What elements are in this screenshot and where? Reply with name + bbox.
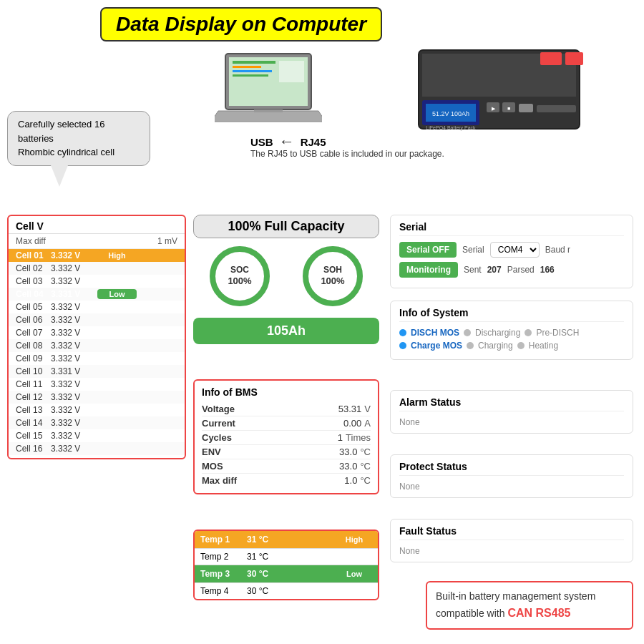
cell-name: Cell 03 xyxy=(11,276,51,286)
svg-rect-5 xyxy=(233,74,268,77)
discharging-label: Discharging xyxy=(475,328,520,338)
cell-voltage: 3.332 V xyxy=(51,379,97,389)
temp-row: Temp 231 °C xyxy=(195,549,378,565)
cell-voltage: 3.332 V xyxy=(51,353,97,364)
cell-voltage: 3.332 V xyxy=(51,418,97,428)
svg-rect-4 xyxy=(233,70,272,72)
pre-disch-label: Pre-DISCH xyxy=(536,328,579,338)
bms-row: Current0.00A xyxy=(202,416,371,431)
cell-row: Cell 103.331 V xyxy=(9,365,185,378)
serial-title: Serial xyxy=(399,221,624,236)
svg-rect-7 xyxy=(254,109,283,112)
can-note-line1: Built-in battery management system xyxy=(436,588,623,604)
speech-bubble: Carefully selected 16 batteries Rhombic … xyxy=(7,111,150,166)
svg-text:SOC: SOC xyxy=(230,265,249,275)
fault-panel: Fault Status None xyxy=(390,519,633,562)
fault-title: Fault Status xyxy=(399,525,624,540)
cell-voltage: 3.332 V xyxy=(51,405,97,415)
alarm-title: Alarm Status xyxy=(399,396,624,411)
charging-label: Charging xyxy=(478,341,513,351)
cell-badge: Low xyxy=(97,289,137,299)
cell-panel-header: Cell V xyxy=(9,216,185,234)
charging-dot xyxy=(467,342,474,349)
temp-row: Temp 330 °CLow xyxy=(195,565,378,583)
temp-table: Temp 131 °CHighTemp 231 °CTemp 330 °CLow… xyxy=(193,530,379,600)
cell-rows-container: Cell 013.332 VHighCell 023.332 VCell 033… xyxy=(9,249,185,455)
cell-row: Cell 113.332 V xyxy=(9,378,185,391)
cell-row: Cell 093.332 V xyxy=(9,352,185,365)
svg-rect-3 xyxy=(233,66,261,68)
cell-name: Cell 01 xyxy=(11,250,51,260)
serial-port-select[interactable]: COM4 COM1 COM2 COM3 xyxy=(490,242,540,258)
soh-gauge: SOH 100% xyxy=(301,244,365,311)
serial-off-button[interactable]: Serial OFF xyxy=(399,242,457,258)
discharging-dot xyxy=(464,329,471,336)
cell-row: Cell 133.332 V xyxy=(9,404,185,416)
temp-badge: Low xyxy=(336,568,372,580)
cell-voltage: 3.332 V xyxy=(51,276,97,286)
cell-voltage: 3.332 V xyxy=(51,341,97,351)
cell-row: Cell 023.332 V xyxy=(9,262,185,275)
temp-badge: High xyxy=(336,534,372,545)
cell-voltage: 3.332 V xyxy=(51,250,97,260)
cell-row: Cell 013.332 VHigh xyxy=(9,249,185,262)
cell-name: Cell 09 xyxy=(11,353,51,364)
protect-title: Protect Status xyxy=(399,461,624,476)
cell-row: Cell 053.332 V xyxy=(9,301,185,313)
cell-name: Cell 15 xyxy=(11,431,51,441)
bms-row: Voltage53.31V xyxy=(202,402,371,416)
sent-label: Sent xyxy=(464,265,482,275)
cell-name: Cell 13 xyxy=(11,405,51,415)
cell-diff-row: Max diff 1 mV xyxy=(9,234,185,249)
cell-name: Cell 05 xyxy=(11,302,51,312)
pre-disch-dot xyxy=(525,329,532,336)
cell-voltage: 3.332 V xyxy=(51,431,97,441)
protect-panel: Protect Status None xyxy=(390,454,633,498)
laptop-image xyxy=(215,50,322,129)
charge-mos-label: Charge MOS xyxy=(411,341,462,351)
disch-mos-dot xyxy=(399,329,406,336)
charge-mos-dot xyxy=(399,342,406,349)
capacity-section: 100% Full Capacity SOC 100% SOH 100% 105… xyxy=(193,215,379,351)
page-title: Data Display on Computer xyxy=(100,7,382,42)
rj45-label: RJ45 xyxy=(301,136,326,148)
bms-row: Max diff1.0°C xyxy=(202,474,371,487)
system-row-2: Charge MOS Charging Heating xyxy=(399,341,624,351)
battery-device-image: 51.2V 100Ah ▶ ■ LiFePO4 Battery Pack xyxy=(415,47,587,132)
bms-rows-container: Voltage53.31VCurrent0.00ACycles1TimesENV… xyxy=(202,402,371,487)
bms-row: Cycles1Times xyxy=(202,431,371,445)
svg-text:100%: 100% xyxy=(228,275,252,286)
usb-label: USB xyxy=(250,136,273,148)
bms-row: ENV33.0°C xyxy=(202,445,371,459)
cell-voltage: 3.331 V xyxy=(51,366,97,376)
parsed-label: Parsed xyxy=(507,265,535,275)
cell-voltage: 3.331 V xyxy=(51,289,97,299)
cell-row: Cell 153.332 V xyxy=(9,429,185,442)
svg-rect-20 xyxy=(537,105,576,112)
parsed-value: 166 xyxy=(540,265,555,275)
capacity-title: 100% Full Capacity xyxy=(193,215,379,238)
cell-row: Cell 033.332 V xyxy=(9,275,185,288)
monitoring-button[interactable]: Monitoring xyxy=(399,262,458,278)
temp-row: Temp 430 °C xyxy=(195,583,378,599)
svg-rect-2 xyxy=(233,61,275,64)
serial-panel: Serial Serial OFF Serial COM4 COM1 COM2 … xyxy=(390,215,633,288)
serial-row-1: Serial OFF Serial COM4 COM1 COM2 COM3 Ba… xyxy=(399,242,624,258)
bms-row: MOS33.0°C xyxy=(202,459,371,474)
system-panel: Info of System DISCH MOS Discharging Pre… xyxy=(390,301,633,360)
rj45-cable-note: The RJ45 to USB cable is included in our… xyxy=(250,149,444,159)
cell-voltage: 3.332 V xyxy=(51,444,97,454)
cell-name: Cell 04 xyxy=(11,289,51,299)
cell-name: Cell 07 xyxy=(11,328,51,338)
cell-row: Cell 063.332 V xyxy=(9,313,185,326)
svg-text:■: ■ xyxy=(507,106,510,111)
cell-panel: Cell V Max diff 1 mV Cell 013.332 VHighC… xyxy=(7,215,186,459)
sent-value: 207 xyxy=(487,265,502,275)
heating-label: Heating xyxy=(529,341,558,351)
cell-voltage: 3.332 V xyxy=(51,302,97,312)
cell-badge: High xyxy=(97,250,137,260)
svg-text:SOH: SOH xyxy=(323,265,342,275)
svg-text:100%: 100% xyxy=(321,275,345,286)
disch-mos-label: DISCH MOS xyxy=(411,328,459,338)
alarm-value: None xyxy=(399,414,624,427)
